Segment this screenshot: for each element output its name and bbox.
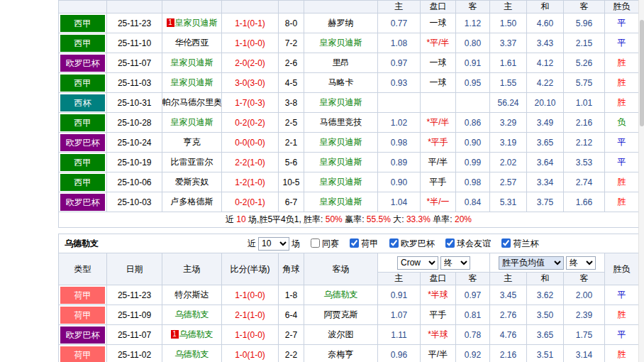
away-team[interactable]: 赫罗纳 — [328, 18, 354, 28]
header-result: 胜负 — [605, 1, 639, 13]
league-cell: 荷甲 — [59, 305, 107, 325]
ah-home-odds: 1.02 — [378, 113, 421, 133]
league-filter[interactable]: 欧罗巴杯 — [389, 238, 437, 248]
summary-segment: 赢率: — [345, 214, 364, 224]
league-filter-checkbox[interactable] — [389, 238, 399, 248]
league-cell: 荷甲 — [59, 345, 107, 362]
header-type: 类型 — [59, 253, 107, 285]
home-team[interactable]: 乌德勒支 — [175, 349, 209, 359]
header-eu-home: 主 — [490, 273, 527, 285]
league-cell: 荷甲 — [59, 285, 107, 305]
home-team[interactable]: 帕尔马德尔里奥 — [162, 97, 222, 107]
eu-away-odds: 2.16 — [564, 113, 605, 133]
match-date: 25-11-09 — [107, 305, 162, 325]
league-filter[interactable]: 同赛 — [311, 238, 341, 248]
away-team[interactable]: 皇家贝迪斯 — [320, 177, 362, 187]
home-team[interactable]: 亨克 — [184, 137, 201, 147]
match-history-panel: 主 盘口 客 主 和 客 胜负 西甲 25-11-23 1皇家贝迪斯 1-1(0… — [58, 0, 638, 362]
league-filter-label: 荷甲 — [361, 238, 378, 248]
eu-away-odds: 2.12 — [564, 133, 605, 153]
score-cell: 0-0(0-0) — [222, 133, 279, 153]
league-filter[interactable]: 球会友谊 — [445, 238, 493, 248]
league-filter-checkbox[interactable] — [445, 238, 455, 248]
home-team[interactable]: 皇家贝迪斯 — [171, 117, 213, 127]
home-team[interactable]: 华伦西亚 — [175, 38, 209, 48]
league-filter-checkbox[interactable] — [311, 238, 320, 248]
betis-rows: 西甲 25-11-23 1皇家贝迪斯 1-1(0-1) 8-0 赫罗纳 0.77… — [59, 13, 639, 212]
corner-cell: 2-6 — [279, 53, 304, 73]
vertical-scrollbar[interactable] — [638, 0, 644, 362]
league-badge: 欧罗巴杯 — [60, 55, 105, 72]
home-cell: 帕尔马德尔里奥 — [162, 93, 222, 113]
final-odds-select-2[interactable]: 终 — [566, 256, 596, 270]
result-cell: 胜 — [605, 73, 639, 93]
home-team[interactable]: 皇家贝迪斯 — [171, 57, 213, 67]
ah-handicap — [421, 93, 456, 113]
away-team[interactable]: 皇家贝迪斯 — [320, 38, 362, 48]
home-team[interactable]: 比雷亚雷尔 — [171, 157, 213, 167]
league-filter[interactable]: 荷兰杯 — [501, 238, 538, 248]
league-filter-checkbox[interactable] — [501, 238, 511, 248]
match-row: 荷甲 25-11-02 乌德勒支 1-0(1-0) 2-2 奈梅亨 0.96 平… — [59, 345, 639, 362]
league-badge: 西甲 — [60, 15, 105, 32]
bookmaker-select[interactable]: Crow — [397, 256, 438, 270]
recent-count-select[interactable]: 10 — [258, 237, 289, 251]
match-date: 25-10-31 — [107, 93, 162, 113]
eu-draw-odds: 3.65 — [527, 133, 564, 153]
home-team[interactable]: 爱斯宾奴 — [175, 177, 209, 187]
away-team[interactable]: 阿贾克斯 — [324, 309, 358, 319]
home-team[interactable]: 皇家贝迪斯 — [171, 77, 213, 87]
ah-handicap: *平/半 — [421, 33, 456, 53]
utrecht-history-table: 乌德勒支 近 10 场 同赛 荷甲 欧罗巴杯 球会友谊 荷兰杯 — [58, 234, 639, 362]
result-cell: 胜 — [605, 305, 639, 325]
summary-cell: 近 10 场,胜5平4负1, 胜率: 50% 赢率: 55.5% 大: 33.3… — [59, 212, 639, 228]
league-filter[interactable]: 荷甲 — [350, 238, 380, 248]
home-team[interactable]: 皇家贝迪斯 — [175, 18, 218, 28]
result-cell: 胜 — [605, 53, 639, 73]
summary-segment: 50% — [326, 214, 343, 224]
league-badge: 荷甲 — [60, 346, 105, 362]
home-team[interactable]: 乌德勒支 — [175, 309, 209, 319]
away-team[interactable]: 皇家贝迪斯 — [320, 157, 362, 167]
away-team[interactable]: 马略卡 — [328, 77, 354, 87]
ah-handicap: *半球 — [421, 325, 456, 345]
team-section-cell: 乌德勒支 近 10 场 同赛 荷甲 欧罗巴杯 球会友谊 荷兰杯 — [59, 234, 639, 253]
corner-cell: 7-2 — [279, 33, 304, 53]
corner-cell: 2-7 — [279, 325, 304, 345]
euro-average-select[interactable]: 胜平负均值 — [499, 256, 564, 270]
away-team[interactable]: 皇家贝迪斯 — [320, 197, 362, 207]
away-team[interactable]: 皇家贝迪斯 — [320, 137, 362, 147]
league-cell: 西杯 — [59, 93, 107, 113]
home-team[interactable]: 特尔斯达 — [175, 290, 209, 300]
home-cell: 比雷亚雷尔 — [162, 153, 222, 172]
match-row: 荷甲 25-11-09 乌德勒支 2-1(1-0) 6-4 阿贾克斯 1.07 … — [59, 305, 639, 325]
league-filter-checkbox[interactable] — [350, 238, 359, 248]
header-away-clipped — [304, 1, 378, 13]
home-team[interactable]: 乌德勒支 — [179, 329, 213, 339]
final-odds-select-1[interactable]: 终 — [440, 256, 470, 270]
away-team[interactable]: 奈梅亨 — [328, 349, 354, 359]
score-cell: 1-1(0-1) — [222, 13, 279, 33]
live-marker-icon: 1 — [167, 18, 174, 27]
ah-handicap: *半/一 — [421, 192, 456, 212]
eu-home-odds: 3.37 — [490, 33, 527, 53]
away-cell: 皇家贝迪斯 — [304, 153, 378, 172]
corner-cell: 6-4 — [279, 305, 304, 325]
match-date: 25-11-07 — [107, 53, 162, 73]
away-team[interactable]: 乌德勒支 — [324, 290, 358, 300]
away-team[interactable]: 波尔图 — [328, 329, 354, 339]
away-team[interactable]: 皇家贝迪斯 — [320, 97, 362, 107]
ah-handicap: 平/半 — [421, 153, 456, 172]
utrecht-rows: 荷甲 25-11-23 特尔斯达 1-1(0-0) 1-8 乌德勒支 0.91 … — [59, 285, 639, 362]
result-label: 平 — [618, 157, 626, 167]
away-team[interactable]: 里昂 — [333, 57, 350, 67]
scrollbar-thumb[interactable] — [640, 20, 644, 126]
result-cell: 平 — [605, 325, 639, 345]
header-date-clipped — [107, 1, 162, 13]
match-row: 西杯 25-10-31 帕尔马德尔里奥 1-7(0-3) 3-8 皇家贝迪斯 5… — [59, 93, 639, 113]
home-team[interactable]: 卢多格德斯 — [171, 197, 213, 207]
away-cell: 马略卡 — [304, 73, 378, 93]
away-team[interactable]: 马德里竞技 — [320, 117, 362, 127]
eu-home-odds: 1.61 — [490, 53, 527, 73]
away-cell: 马德里竞技 — [304, 113, 378, 133]
